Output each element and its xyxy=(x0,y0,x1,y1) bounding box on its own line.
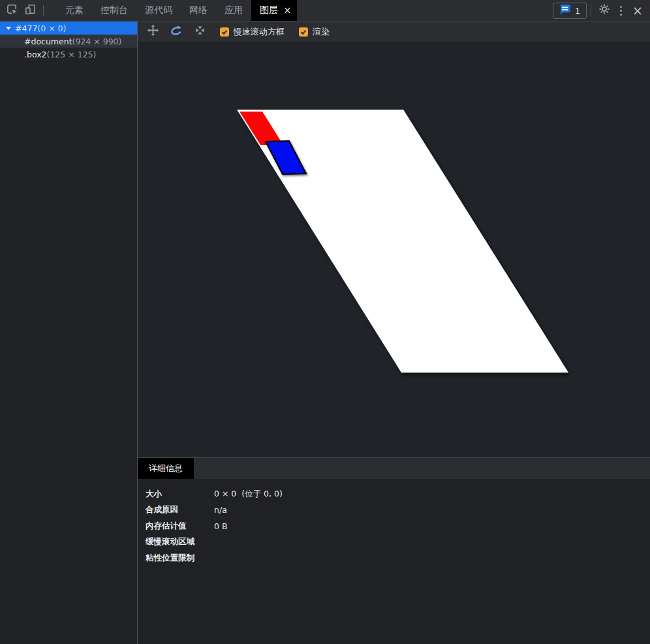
detail-value: 0 B xyxy=(214,521,228,531)
slow-scroll-rects-toggle[interactable]: 慢速滚动方框 xyxy=(220,26,285,38)
devtools-window: 元素 控制台 源代码 网络 应用 图层 × 1 xyxy=(0,0,650,644)
tab-application[interactable]: 应用 xyxy=(216,0,251,21)
layer-details-panel: 详细信息 大小 0 × 0 (位于 0, 0) 合成原因 n/a 内存估计值 0… xyxy=(138,457,650,644)
tree-expand-caret-icon[interactable] xyxy=(6,27,11,30)
toolbar-divider xyxy=(43,5,44,16)
devtools-main-toolbar: 元素 控制台 源代码 网络 应用 图层 × 1 xyxy=(0,0,650,22)
tab-layers-label: 图层 xyxy=(260,5,278,16)
layers-tree-sidebar: #477(0 × 0) #document(924 × 990) .box2(1… xyxy=(0,22,138,644)
layers-main-pane: 慢速滚动方框 渲染 xyxy=(138,22,650,644)
layers-3d-scene xyxy=(138,43,650,457)
layer-name: #477 xyxy=(15,23,37,33)
tab-network[interactable]: 网络 xyxy=(181,0,216,21)
kebab-icon xyxy=(620,10,622,12)
device-toolbar-button[interactable] xyxy=(21,2,39,19)
checkbox-checked-icon[interactable] xyxy=(299,27,308,37)
paints-toggle[interactable]: 渲染 xyxy=(299,26,330,38)
inspect-element-button[interactable] xyxy=(3,2,21,19)
detail-row-slow-scroll-regions: 缓慢滚动区域 xyxy=(146,534,650,551)
tab-sources[interactable]: 源代码 xyxy=(136,0,181,21)
pan-mode-button[interactable] xyxy=(144,24,161,40)
settings-button[interactable] xyxy=(595,2,613,19)
layer-dimensions: (0 × 0) xyxy=(37,23,66,33)
detail-label: 缓慢滚动区域 xyxy=(146,536,214,547)
paints-label: 渲染 xyxy=(313,26,330,38)
detail-row-size: 大小 0 × 0 (位于 0, 0) xyxy=(146,486,650,502)
tab-elements[interactable]: 元素 xyxy=(57,0,92,21)
device-toolbar-icon xyxy=(24,3,37,18)
gear-icon xyxy=(598,3,610,18)
tab-details[interactable]: 详细信息 xyxy=(138,458,194,479)
tab-layers-close-icon[interactable]: × xyxy=(283,6,292,16)
detail-label: 内存估计值 xyxy=(146,521,214,532)
layer-tree-row-box2[interactable]: .box2(125 × 125) xyxy=(0,48,137,61)
detail-row-sticky-constraints: 粘性位置限制 xyxy=(146,550,650,566)
checkbox-checked-icon[interactable] xyxy=(220,27,229,37)
layer-name: .box2 xyxy=(24,50,47,59)
panel-tabs: 元素 控制台 源代码 网络 应用 图层 × xyxy=(57,0,297,21)
layer-dimensions: (125 × 125) xyxy=(47,50,97,59)
collapse-arrows-icon xyxy=(194,24,206,39)
close-devtools-button[interactable]: × xyxy=(628,2,647,19)
details-content: 大小 0 × 0 (位于 0, 0) 合成原因 n/a 内存估计值 0 B 缓慢… xyxy=(138,479,650,566)
toolbar-divider-right xyxy=(591,5,591,16)
rotate-mode-button[interactable] xyxy=(168,24,185,40)
detail-row-memory-estimate: 内存估计值 0 B xyxy=(146,518,650,534)
detail-label: 粘性位置限制 xyxy=(146,553,214,564)
tab-layers[interactable]: 图层 × xyxy=(251,0,297,21)
issues-counter-button[interactable]: 1 xyxy=(553,3,587,19)
detail-label: 合成原因 xyxy=(146,504,214,515)
issues-count: 1 xyxy=(575,6,580,16)
rotate-3d-icon xyxy=(170,24,183,40)
layer-tree-row-document[interactable]: #document(924 × 990) xyxy=(0,35,137,48)
layers-view-toolbar: 慢速滚动方框 渲染 xyxy=(138,22,650,42)
issues-bubble-icon xyxy=(559,5,570,17)
detail-row-compositing-reason: 合成原因 n/a xyxy=(146,502,650,519)
layers-3d-canvas[interactable] xyxy=(138,43,650,457)
layer-tree-row-root[interactable]: #477(0 × 0) xyxy=(0,22,137,35)
layer-dimensions: (924 × 990) xyxy=(72,37,122,46)
reset-view-button[interactable] xyxy=(191,24,208,40)
details-tabstrip: 详细信息 xyxy=(138,458,650,479)
detail-label: 大小 xyxy=(146,489,214,500)
layer-name: #document xyxy=(24,37,72,46)
inspect-cursor-icon xyxy=(6,3,18,18)
tab-console[interactable]: 控制台 xyxy=(92,0,136,21)
slow-scroll-rects-label: 慢速滚动方框 xyxy=(234,26,285,38)
pan-move-icon xyxy=(147,24,159,39)
more-options-button[interactable] xyxy=(613,2,628,19)
detail-value: n/a xyxy=(214,505,227,515)
detail-value: 0 × 0 (位于 0, 0) xyxy=(214,489,283,500)
